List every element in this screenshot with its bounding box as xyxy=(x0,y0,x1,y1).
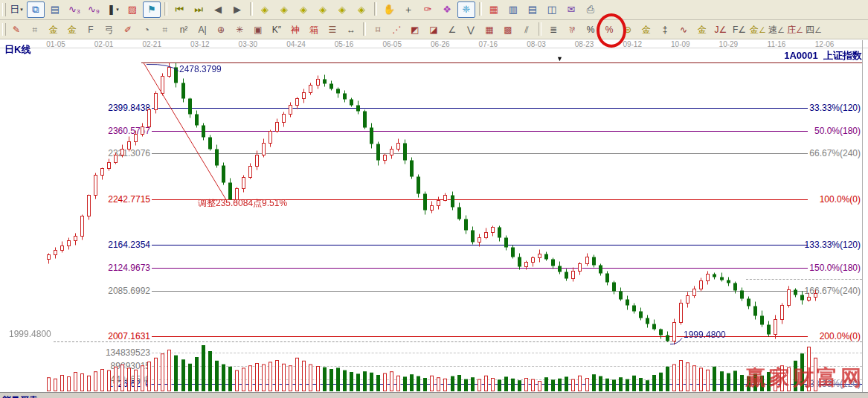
printer-icon[interactable]: ⎙ xyxy=(582,1,599,18)
f-angle-icon[interactable]: F∠ xyxy=(730,22,748,38)
percent-7-icon[interactable]: ⅌ xyxy=(563,22,581,38)
info-board-icon[interactable]: ▤ xyxy=(46,1,64,18)
calendar-icon[interactable]: ▦ xyxy=(485,1,503,18)
parallel-lines-icon[interactable]: ⫽ xyxy=(518,22,536,38)
gann-tool-icon[interactable]: 弓 xyxy=(100,22,118,38)
first-page-icon[interactable]: ⏮ xyxy=(170,1,188,18)
wave-3-icon[interactable]: ∿₃ xyxy=(65,1,83,18)
gold-under-icon[interactable]: 金 xyxy=(693,22,711,38)
zhuang-angle-icon[interactable]: 庄∠ xyxy=(786,22,804,38)
fan-lines-icon[interactable]: ⋰ xyxy=(388,22,405,38)
bar-style-icon[interactable]: ❚▾ xyxy=(104,1,122,18)
text-note-icon[interactable]: A| xyxy=(193,22,211,38)
drag-hand-icon[interactable]: ✋ xyxy=(380,1,398,18)
crosshair-icon[interactable]: ＋ xyxy=(399,1,417,18)
gann-grid-box-icon[interactable]: ◪ xyxy=(425,22,443,38)
bottom-tab-energy[interactable]: 能量买卖 xyxy=(2,394,38,398)
golden-section-v-icon[interactable]: 金 xyxy=(63,22,81,38)
circle-target-icon[interactable]: ⊕ xyxy=(212,22,230,38)
anchor-box-icon[interactable]: ⌑ xyxy=(369,22,387,38)
k-mark-icon[interactable]: K″ xyxy=(268,22,286,38)
wave-a-icon[interactable]: ∿ xyxy=(675,22,692,38)
toolbar-separator xyxy=(539,22,541,36)
region-zoom-icon[interactable]: ⧉ xyxy=(27,1,45,18)
scroll-left-diamond-icon[interactable]: ◈ xyxy=(256,1,274,18)
mail-export-icon[interactable]: ✉ xyxy=(562,1,580,18)
prev-candle-icon[interactable]: ◀ xyxy=(209,1,227,18)
red-grid-2-icon[interactable]: ▩ xyxy=(499,22,517,38)
pin-brush-icon[interactable]: ‡ xyxy=(656,22,674,38)
ruler-123-icon[interactable]: ☰ xyxy=(324,22,341,38)
percent-plain-icon[interactable]: % xyxy=(582,22,599,38)
angle-line-icon[interactable]: ∠ xyxy=(443,22,461,38)
smart-assist-icon[interactable]: ❈ xyxy=(457,1,475,18)
wave-9-icon[interactable]: ∿₉ xyxy=(85,1,103,18)
compress-h-diamond-icon[interactable]: ◈ xyxy=(314,1,332,18)
speed-angle-icon[interactable]: 速∠ xyxy=(768,22,785,38)
gold-circle-icon[interactable]: ⊜ xyxy=(619,22,637,38)
next-candle-icon[interactable]: ▶ xyxy=(228,1,246,18)
n-square-icon[interactable]: n² xyxy=(175,22,193,38)
toolbar-separator xyxy=(164,2,167,16)
expand-h-diamond-icon[interactable]: ◈ xyxy=(295,1,312,18)
toolbar-separator xyxy=(374,2,377,16)
compress-all-diamond-icon[interactable]: ◈ xyxy=(353,1,370,18)
stamp-tool-icon[interactable]: ▨ xyxy=(123,1,141,18)
zigzag-wave-icon[interactable]: ⋁ xyxy=(462,22,480,38)
toolbar-separator xyxy=(479,2,482,16)
j-angle-icon[interactable]: J∠ xyxy=(712,22,730,38)
percent-lines-icon[interactable]: % xyxy=(600,22,618,38)
ladder-levels-icon[interactable]: ≣ xyxy=(544,22,562,38)
shen-tool-icon[interactable]: 神 xyxy=(286,22,304,38)
kline-chart-panel[interactable]: 01-0502-0102-2103-1203-3004-2405-1606-05… xyxy=(0,39,868,392)
gold-angle-icon[interactable]: 金∠ xyxy=(749,22,767,38)
color-flag-icon[interactable]: ⚑ xyxy=(143,1,161,18)
draw-pencil-icon[interactable]: ✎ xyxy=(7,22,25,38)
golden-section-h-icon[interactable]: 金 xyxy=(45,22,62,38)
kline-period-icon[interactable]: 日▾ xyxy=(7,1,25,18)
toolbar-separator xyxy=(363,22,366,36)
save-disk-icon[interactable]: ◫ xyxy=(543,1,561,18)
gold-lines-icon[interactable]: 金 xyxy=(637,22,655,38)
star-burst-icon[interactable]: ✳ xyxy=(231,22,248,38)
price-channel-icon[interactable]: ⌗ xyxy=(156,22,174,38)
annotation-pin-icon[interactable]: ✑ xyxy=(419,1,437,18)
toolbar-separator xyxy=(250,2,253,16)
red-grid-icon[interactable]: ▦ xyxy=(480,22,498,38)
box-tool-icon[interactable]: 箱 xyxy=(305,22,323,38)
expand-all-diamond-icon[interactable]: ◈ xyxy=(333,1,351,18)
status-bar: 能量买卖 xyxy=(0,392,868,398)
last-page-icon[interactable]: ⏭ xyxy=(190,1,208,18)
four-angle-icon[interactable]: 四∠ xyxy=(805,22,823,38)
magic-wand-icon[interactable]: ❖ xyxy=(438,1,456,18)
stock-app-window: 日▾⧉▤∿₃∿₉❚▾▨⚑⏮⏭◀▶◈◈◈◈◈◈✋＋✑❖❈▦▥▤◫✉⎙ ✎⌗金金F弓… xyxy=(0,0,868,398)
main-toolbar: 日▾⧉▤∿₃∿₉❚▾▨⚑⏮⏭◀▶◈◈◈◈◈◈✋＋✑❖❈▦▥▤◫✉⎙ xyxy=(0,0,868,20)
gann-fan-box-icon[interactable]: ◩ xyxy=(406,22,424,38)
scroll-right-diamond-icon[interactable]: ◈ xyxy=(275,1,293,18)
report-notes-icon[interactable]: ▤ xyxy=(524,1,541,18)
calculator-icon[interactable]: ▥ xyxy=(504,1,522,18)
fib-f-tool-icon[interactable]: F xyxy=(82,22,100,38)
cycle-circle-icon[interactable]: ◔ xyxy=(138,22,155,38)
grid-tool-icon[interactable]: ⌗ xyxy=(26,22,44,38)
chart-canvas[interactable] xyxy=(0,39,868,392)
erase-brush-icon[interactable]: ✐ xyxy=(119,22,137,38)
span-measure-icon[interactable]: ↔ xyxy=(342,22,360,38)
drawing-toolbar: ✎⌗金金F弓✐◔⌗n²A|⊕✳▣K″神箱☰↔⌑⋰◩◪∠⋁▦▩⫽≣⅌%%⊜金‡∿金… xyxy=(0,20,868,39)
boxed-grid-icon[interactable]: ▣ xyxy=(249,22,267,38)
